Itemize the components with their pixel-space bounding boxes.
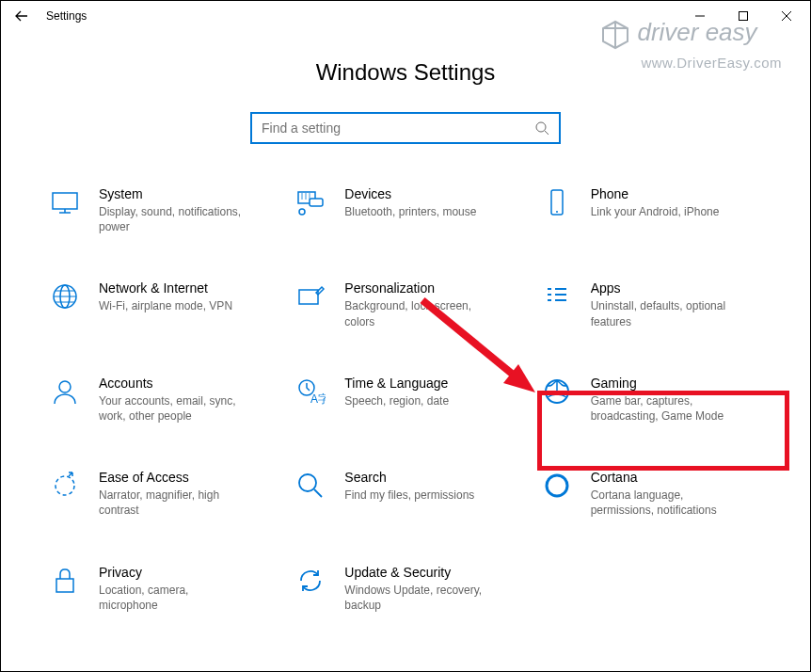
tile-title: Accounts	[99, 376, 249, 391]
svg-point-16	[299, 474, 316, 491]
tile-accounts[interactable]: AccountsYour accounts, email, sync, work…	[44, 371, 280, 427]
tile-network[interactable]: Network & InternetWi-Fi, airplane mode, …	[44, 276, 280, 332]
tile-ease-of-access[interactable]: Ease of AccessNarrator, magnifier, high …	[44, 465, 280, 521]
apps-icon	[540, 280, 574, 313]
tile-search[interactable]: SearchFind my files, permissions	[290, 465, 526, 521]
svg-point-11	[59, 381, 71, 392]
tile-time-language[interactable]: A字 Time & LanguageSpeech, region, date	[290, 371, 526, 427]
tile-update-security[interactable]: Update & SecurityWindows Update, recover…	[290, 560, 526, 616]
personalization-icon	[294, 280, 327, 313]
tile-system[interactable]: SystemDisplay, sound, notifications, pow…	[44, 182, 280, 238]
svg-point-1	[536, 122, 546, 132]
tile-title: System	[99, 186, 249, 201]
time-language-icon: A字	[294, 375, 327, 408]
search-tile-icon	[294, 469, 327, 503]
tile-title: Gaming	[591, 376, 741, 391]
tile-cortana[interactable]: CortanaCortana language, permissions, no…	[536, 465, 772, 521]
tile-title: Phone	[591, 186, 720, 201]
ease-of-access-icon	[48, 469, 82, 503]
settings-grid: SystemDisplay, sound, notifications, pow…	[1, 144, 810, 635]
tile-desc: Background, lock screen, colors	[344, 298, 495, 328]
window-controls	[678, 1, 808, 31]
svg-point-7	[556, 211, 558, 213]
minimize-icon	[695, 11, 705, 21]
titlebar: Settings	[1, 1, 810, 31]
tile-title: Ease of Access	[99, 470, 249, 485]
tile-phone[interactable]: PhoneLink your Android, iPhone	[536, 182, 772, 238]
phone-icon	[540, 185, 574, 219]
search-icon	[534, 120, 549, 136]
tile-desc: Uninstall, defaults, optional features	[591, 298, 741, 328]
svg-rect-4	[310, 199, 323, 206]
cortana-icon	[540, 469, 574, 503]
tile-desc: Speech, region, date	[344, 393, 449, 408]
system-icon	[48, 185, 82, 219]
tile-title: Update & Security	[344, 565, 495, 580]
tile-devices[interactable]: DevicesBluetooth, printers, mouse	[290, 182, 526, 238]
svg-rect-2	[53, 193, 77, 209]
back-arrow-icon	[14, 8, 29, 24]
search-container	[1, 112, 810, 144]
tile-desc: Windows Update, recovery, backup	[344, 583, 495, 613]
maximize-button[interactable]	[722, 1, 765, 31]
svg-point-15	[56, 476, 74, 495]
page-title: Windows Settings	[1, 59, 810, 86]
gaming-icon	[540, 375, 574, 408]
tile-privacy[interactable]: PrivacyLocation, camera, microphone	[44, 560, 280, 616]
close-button[interactable]	[765, 1, 808, 31]
network-icon	[48, 280, 82, 313]
tile-desc: Link your Android, iPhone	[591, 204, 720, 219]
minimize-button[interactable]	[678, 1, 722, 31]
tile-title: Cortana	[591, 470, 741, 485]
update-security-icon	[294, 564, 327, 598]
tile-title: Search	[344, 470, 474, 485]
tile-desc: Game bar, captures, broadcasting, Game M…	[591, 393, 741, 424]
tile-desc: Bluetooth, printers, mouse	[344, 204, 476, 219]
accounts-icon	[48, 375, 82, 408]
devices-icon	[294, 185, 327, 219]
tile-desc: Narrator, magnifier, high contrast	[99, 488, 249, 518]
maximize-icon	[739, 11, 748, 21]
tile-desc: Cortana language, permissions, notificat…	[591, 488, 741, 518]
svg-text:A字: A字	[310, 392, 326, 406]
tile-title: Privacy	[99, 565, 249, 580]
search-input[interactable]	[262, 120, 534, 136]
tile-desc: Find my files, permissions	[344, 488, 474, 503]
tile-title: Time & Language	[344, 376, 449, 391]
window-title: Settings	[46, 9, 87, 23]
svg-rect-0	[739, 12, 748, 21]
tile-title: Personalization	[344, 280, 495, 296]
tile-apps[interactable]: AppsUninstall, defaults, optional featur…	[536, 276, 772, 332]
tile-desc: Wi-Fi, airplane mode, VPN	[99, 298, 232, 313]
tile-desc: Location, camera, microphone	[99, 583, 249, 613]
tile-gaming[interactable]: GamingGame bar, captures, broadcasting, …	[536, 371, 772, 427]
tile-title: Network & Internet	[99, 280, 232, 296]
tile-title: Apps	[591, 280, 741, 296]
back-button[interactable]	[3, 1, 40, 31]
privacy-icon	[48, 564, 82, 598]
tile-desc: Display, sound, notifications, power	[99, 204, 249, 234]
tile-personalization[interactable]: PersonalizationBackground, lock screen, …	[290, 276, 526, 332]
search-box[interactable]	[250, 112, 561, 144]
svg-point-17	[547, 475, 567, 496]
close-icon	[782, 11, 791, 21]
svg-rect-10	[299, 290, 318, 304]
svg-point-5	[299, 209, 305, 215]
tile-desc: Your accounts, email, sync, work, other …	[99, 393, 249, 424]
svg-rect-18	[56, 579, 73, 592]
tile-title: Devices	[344, 186, 476, 201]
